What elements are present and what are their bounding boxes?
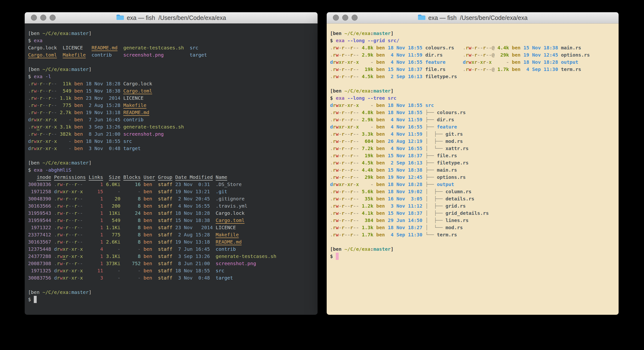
permission-char: w	[336, 131, 339, 137]
titlebar[interactable]: exa — fish /Users/ben/Code/exa/exa	[25, 12, 318, 24]
permissions-field: .rw-r--r--	[28, 88, 57, 94]
terminal-line: Cargo.toml Makefile contrib screenshot.p…	[28, 51, 318, 58]
permission-char: -	[356, 153, 359, 158]
permission-char: -	[68, 196, 72, 202]
permission-char: -	[77, 260, 80, 266]
permission-char: w	[336, 196, 339, 202]
close-button[interactable]	[31, 14, 37, 20]
terminal-output[interactable]: [ben ~/C/e/exa:master]$ exaCargo.lock LI…	[25, 24, 318, 315]
permission-char: r	[350, 218, 353, 223]
terminal-line: .rw-r--r-- 29k ben 19 Nov 12:45 ├── opti…	[330, 174, 618, 181]
permission-char: r	[466, 45, 468, 50]
permission-char: r	[483, 59, 486, 65]
permission-char: r	[333, 210, 336, 216]
permission-char: r	[57, 260, 60, 266]
permission-char: -	[339, 218, 342, 223]
permission-char: -	[353, 182, 356, 187]
permission-char: -	[339, 153, 342, 158]
permissions-field: .rw-r--r--	[54, 182, 83, 187]
permissions-field: drwxr-xr-x	[28, 138, 57, 144]
permission-char: w	[60, 182, 62, 187]
permission-char: x	[480, 59, 483, 65]
permission-char: -	[353, 66, 356, 72]
permissions-field: drwxr-xr-x	[330, 102, 359, 108]
permission-char: -	[72, 196, 74, 202]
permission-char: -	[77, 196, 80, 202]
permissions-field: .rw-r--r--	[54, 203, 83, 209]
permissions-field: .rw-r--r--	[330, 52, 359, 58]
terminal-line: .rw-r--r-- 3.3k ben 4 Nov 11:59 │ ├── gi…	[330, 130, 618, 138]
terminal-line: 30163567 .rw-r--r-- 1 2.6Ki 8 ben staff …	[28, 238, 318, 246]
zoom-button[interactable]	[352, 14, 358, 20]
permission-char: -	[72, 218, 74, 223]
permission-char: -	[477, 45, 480, 50]
permission-char: .	[330, 131, 333, 137]
permission-char: x	[339, 124, 342, 130]
permissions-field: .rw-r--r--	[330, 74, 359, 79]
permission-char: w	[468, 66, 472, 72]
permission-char: @	[492, 66, 494, 72]
permissions-field: drwxr-xr-x	[330, 182, 359, 187]
permission-char: -	[344, 182, 347, 187]
permission-char: w	[336, 210, 339, 216]
permission-char: -	[344, 160, 347, 166]
permission-char: .	[54, 254, 57, 259]
permission-char: x	[45, 124, 48, 130]
permission-char: .	[28, 95, 31, 101]
permissions-field: .rw-r--r--	[330, 167, 359, 173]
terminal-window-dark: exa — fish /Users/ben/Code/exa/exa [ben …	[25, 12, 318, 315]
permission-char: -	[486, 45, 489, 50]
permission-char: w	[336, 218, 339, 223]
permission-char: -	[356, 218, 359, 223]
permission-char: -	[347, 74, 350, 79]
permissions-field: .rw-r--r--	[28, 131, 57, 137]
permission-char: -	[68, 268, 72, 274]
permission-char: .	[54, 203, 57, 209]
permission-char: -	[472, 45, 474, 50]
permission-char: -	[353, 224, 356, 230]
permission-char: r	[48, 131, 51, 137]
terminal-line: .rw-r--r-- 4.4k ben 15 Nov 18:38 ├── mai…	[330, 166, 618, 174]
permission-char: -	[347, 167, 350, 173]
permission-char: r	[483, 45, 486, 50]
permission-char: -	[356, 167, 359, 173]
zoom-button[interactable]	[50, 14, 56, 20]
permission-char: r	[350, 131, 353, 137]
permission-char: .	[330, 210, 333, 216]
permissions-field: .rw-r--r--	[54, 224, 83, 230]
permission-char: -	[80, 218, 83, 223]
permission-char: r	[333, 153, 336, 158]
minimize-button[interactable]	[342, 14, 348, 20]
permission-char: r	[31, 138, 34, 144]
permission-char: -	[356, 232, 359, 238]
permission-char: -	[339, 189, 342, 194]
permission-char: r	[57, 275, 60, 281]
close-button[interactable]	[333, 14, 339, 20]
minimize-button[interactable]	[40, 14, 46, 20]
permission-char: -	[353, 160, 356, 166]
permission-char: r	[74, 218, 77, 223]
permission-char: r	[48, 81, 51, 86]
permission-char: r	[483, 52, 486, 58]
permission-char: w	[34, 138, 37, 144]
permission-char: x	[63, 189, 66, 194]
permission-char: d	[463, 59, 466, 65]
permission-char: -	[347, 224, 350, 230]
permission-char: r	[333, 110, 336, 115]
permission-char: r	[66, 275, 68, 281]
titlebar[interactable]: exa — fish /Users/ben/Code/exa/exa	[327, 12, 618, 24]
permission-char: -	[347, 196, 350, 202]
terminal-output[interactable]: [ben ~/C/e/exa:master]$ exa --long --gri…	[327, 24, 618, 315]
permissions-field: drwxr-xr-x	[330, 124, 359, 130]
terminal-line: .rw-r--r-- 5.6k ben 18 Nov 19:02 │ ├── c…	[330, 188, 618, 195]
permission-char: r	[350, 59, 353, 65]
permission-char: r	[350, 146, 353, 151]
permission-char: .	[54, 260, 57, 266]
permission-char: w	[336, 203, 339, 209]
permission-char: -	[356, 74, 359, 79]
permission-char: d	[54, 268, 57, 274]
permission-char: -	[347, 131, 350, 137]
terminal-line: .rw-r--r-- 1.1k ben 23 Nov 2014 LICENCE	[28, 94, 318, 102]
terminal-line	[28, 152, 318, 159]
permission-char: r	[31, 124, 34, 130]
